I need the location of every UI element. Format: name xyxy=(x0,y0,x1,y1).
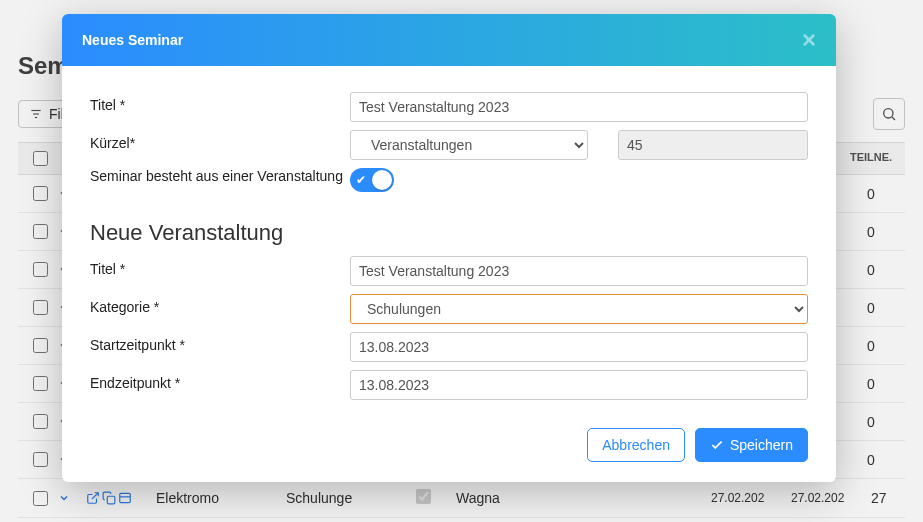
label-end: Endzeitpunkt * xyxy=(90,370,350,391)
label-titel: Titel * xyxy=(90,92,350,113)
end-input[interactable] xyxy=(350,370,808,400)
modal-footer: Abbrechen Speichern xyxy=(62,414,836,482)
label-event-titel: Titel * xyxy=(90,256,350,277)
single-event-toggle[interactable]: ✔ xyxy=(350,168,394,192)
start-input[interactable] xyxy=(350,332,808,362)
kurzel-select[interactable]: Veranstaltungen xyxy=(350,130,588,160)
toggle-knob xyxy=(372,170,392,190)
label-kurzel: Kürzel* xyxy=(90,130,350,151)
kurzel-number: 45 xyxy=(618,130,808,160)
check-icon xyxy=(710,438,724,452)
section-title: Neue Veranstaltung xyxy=(90,220,808,246)
new-seminar-modal: Neues Seminar × Titel * Kürzel* Veransta… xyxy=(62,14,836,482)
label-kategorie: Kategorie * xyxy=(90,294,350,315)
modal-title: Neues Seminar xyxy=(82,32,183,48)
save-button[interactable]: Speichern xyxy=(695,428,808,462)
label-start: Startzeitpunkt * xyxy=(90,332,350,353)
modal-body: Titel * Kürzel* Veranstaltungen 45 Semin… xyxy=(62,66,836,414)
label-single-event: Seminar besteht aus einer Veranstaltung xyxy=(90,168,350,184)
titel-input[interactable] xyxy=(350,92,808,122)
modal-header: Neues Seminar × xyxy=(62,14,836,66)
kategorie-select[interactable]: Schulungen xyxy=(350,294,808,324)
close-icon[interactable]: × xyxy=(802,28,816,52)
cancel-button[interactable]: Abbrechen xyxy=(587,428,685,462)
check-icon: ✔ xyxy=(356,173,366,187)
event-titel-input[interactable] xyxy=(350,256,808,286)
